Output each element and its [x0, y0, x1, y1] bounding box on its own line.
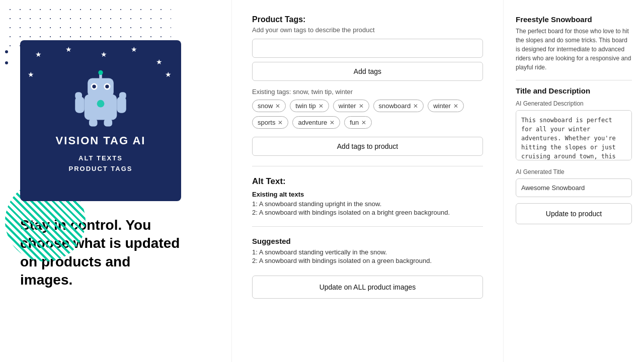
tag-winter-2: winter ✕ — [428, 100, 464, 112]
tag-close-snowboard[interactable]: ✕ — [413, 103, 418, 110]
add-tags-to-product-button[interactable]: Add tags to product — [252, 137, 483, 156]
star-icon: ★ — [131, 45, 137, 53]
svg-rect-10 — [117, 97, 126, 113]
svg-rect-11 — [75, 92, 82, 99]
right-panel: Freestyle Snowboard The perfect board fo… — [503, 0, 644, 362]
existing-alt-texts-label: Existing alt texts — [252, 191, 483, 198]
svg-point-7 — [105, 84, 109, 88]
left-panel: ★ ★ ★ ★ ★ ★ ★ — [0, 0, 231, 362]
middle-panel: Product Tags: Add your own tags to descr… — [231, 0, 503, 362]
ai-generated-title-input[interactable] — [516, 178, 632, 197]
product-tags-section: Product Tags: Add your own tags to descr… — [252, 15, 483, 156]
tag-snow: snow ✕ — [252, 100, 286, 112]
divider-2 — [252, 226, 483, 227]
star-icon: ★ — [101, 50, 107, 58]
alt-text-section: Alt Text: Existing alt texts 1: A snowbo… — [252, 176, 483, 299]
update-to-product-button[interactable]: Update to product — [516, 203, 632, 224]
title-and-desc-heading: Title and Description — [516, 80, 632, 95]
product-title: Freestyle Snowboard — [516, 15, 632, 24]
ai-generated-desc-textarea[interactable]: This snowboard is perfect for all your w… — [516, 110, 632, 160]
alt-text-existing-1: 1: A snowboard standing upright in the s… — [252, 200, 483, 208]
tag-adventure: adventure ✕ — [292, 116, 340, 129]
svg-point-6 — [92, 84, 96, 88]
brand-title: VISION TAG AI — [56, 134, 146, 147]
side-dots — [5, 50, 8, 64]
add-tags-button[interactable]: Add tags — [252, 62, 483, 81]
alt-text-suggested-1: 1: A snowboard standing vertically in th… — [252, 248, 483, 256]
robot-icon — [70, 69, 131, 129]
product-tags-title: Product Tags: — [252, 15, 483, 24]
tag-close-fun[interactable]: ✕ — [361, 119, 366, 126]
ai-generated-desc-label: AI Generated Description — [516, 100, 632, 107]
tag-twin-tip: twin tip ✕ — [290, 100, 329, 112]
star-icon: ★ — [65, 45, 72, 53]
tag-winter-1: winter ✕ — [333, 100, 369, 112]
star-icon: ★ — [35, 50, 42, 58]
tags-container: snow ✕ twin tip ✕ winter ✕ snowboard ✕ w… — [252, 100, 483, 129]
svg-point-3 — [98, 70, 103, 75]
svg-rect-9 — [75, 97, 84, 113]
tag-close-snow[interactable]: ✕ — [275, 103, 280, 110]
divider-1 — [252, 166, 483, 166]
svg-rect-14 — [104, 119, 112, 127]
star-icon: ★ — [156, 58, 163, 66]
tag-input[interactable] — [252, 39, 483, 58]
product-tags-subtitle: Add your own tags to describe the produc… — [252, 26, 483, 34]
tag-close-winter-2[interactable]: ✕ — [453, 103, 458, 110]
tag-close-twin-tip[interactable]: ✕ — [318, 103, 324, 110]
star-icon: ★ — [28, 70, 34, 78]
star-icon: ★ — [165, 70, 172, 78]
tag-sports: sports ✕ — [252, 116, 288, 129]
alt-text-suggested-2: 2: A snowboard with bindings isolated on… — [252, 257, 483, 264]
product-desc: The perfect board for those who love to … — [516, 27, 632, 72]
alt-text-existing-2: 2: A snowboard with bindings isolated on… — [252, 209, 483, 216]
svg-point-8 — [97, 100, 105, 108]
tag-close-adventure[interactable]: ✕ — [330, 119, 335, 126]
svg-rect-13 — [89, 119, 98, 127]
tag-fun: fun ✕ — [344, 116, 372, 129]
brand-card: ★ ★ ★ ★ ★ ★ ★ — [20, 40, 181, 201]
existing-tags-label: Existing tags: snow, twin tip, winter — [252, 88, 483, 96]
ai-generated-title-label: AI Generated Title — [516, 168, 632, 175]
tag-close-winter-1[interactable]: ✕ — [359, 103, 364, 110]
update-all-images-button[interactable]: Update on ALL product images — [252, 276, 483, 299]
suggested-label: Suggested — [252, 237, 483, 245]
tag-close-sports[interactable]: ✕ — [278, 119, 283, 126]
alt-text-title: Alt Text: — [252, 176, 483, 187]
svg-rect-12 — [119, 92, 126, 99]
tag-snowboard: snowboard ✕ — [373, 100, 424, 112]
brand-subtitle-line1: ALT TEXTS — [68, 154, 132, 162]
brand-subtitle-line2: PRODUCT TAGS — [68, 165, 132, 172]
